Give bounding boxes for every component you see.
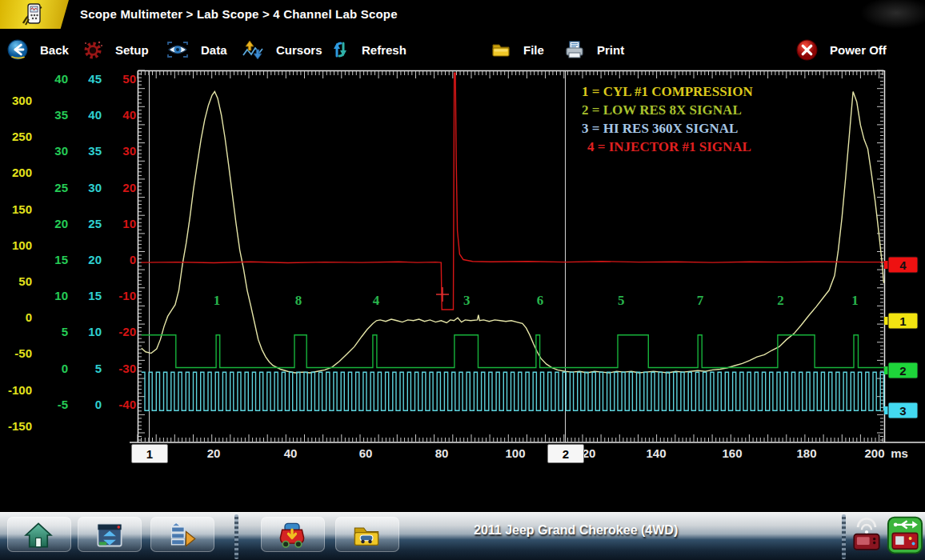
scale-ch4-value: 20 bbox=[99, 181, 136, 195]
scale-ch1-value: 300 bbox=[0, 94, 32, 108]
svg-text:2: 2 bbox=[899, 364, 906, 378]
usb-device-icon[interactable] bbox=[887, 515, 923, 555]
scale-ch2-value: 10 bbox=[31, 289, 68, 303]
data-manager-icon bbox=[168, 521, 197, 550]
scale-ch3-value: 30 bbox=[65, 181, 102, 195]
scale-ch4-value: 50 bbox=[99, 72, 136, 86]
channel-1-marker[interactable]: 1 bbox=[884, 313, 918, 329]
waveform-channel-3 bbox=[142, 372, 884, 410]
scale-ch4-value: -20 bbox=[99, 325, 136, 339]
legend-line-4: 4 = INJECTOR #1 SIGNAL bbox=[582, 138, 753, 156]
cursor-1-handle[interactable]: 1 bbox=[131, 444, 168, 463]
scale-ch4-value: -40 bbox=[99, 398, 136, 412]
cylinder-number-label: 5 bbox=[612, 293, 630, 309]
system-taskbar: 2011 Jeep Grand Cherokee (4WD) bbox=[0, 512, 925, 560]
scale-ch3-value: 25 bbox=[65, 217, 102, 231]
cylinder-number-label: 8 bbox=[290, 293, 307, 309]
scale-ch1-value: 250 bbox=[0, 130, 32, 144]
time-axis-unit: ms bbox=[883, 446, 915, 460]
cylinder-number-label: 1 bbox=[208, 293, 226, 309]
scale-ch1-value: -100 bbox=[0, 383, 32, 398]
scale-ch3-value: 10 bbox=[65, 325, 102, 339]
time-axis-label: 140 bbox=[632, 446, 680, 460]
taskbar-divider-right bbox=[842, 514, 846, 559]
scale-ch1-value: 150 bbox=[0, 202, 32, 217]
scale-ch2-value: 0 bbox=[31, 362, 68, 376]
scale-ch3-value: 0 bbox=[65, 398, 102, 412]
scale-ch1-value: 200 bbox=[0, 166, 32, 180]
legend-line-1: 1 = CYL #1 COMPRESSION bbox=[582, 82, 753, 101]
active-vehicle-label: 2011 Jeep Grand Cherokee (4WD) bbox=[474, 523, 678, 538]
scale-ch2-value: 35 bbox=[31, 108, 68, 122]
scale-ch2-value: 30 bbox=[31, 144, 68, 158]
scale-ch3-value: 5 bbox=[65, 362, 102, 376]
scale-ch1-value: 50 bbox=[0, 274, 32, 289]
time-axis-label: 180 bbox=[783, 446, 831, 460]
wireless-device-icon[interactable] bbox=[850, 518, 883, 554]
scale-ch2-value: -5 bbox=[31, 398, 68, 412]
scale-ch3-value: 45 bbox=[65, 72, 102, 86]
red-crosshair-marker[interactable] bbox=[436, 287, 449, 302]
time-axis-label: 160 bbox=[708, 446, 756, 460]
channel-2-marker[interactable]: 2 bbox=[884, 362, 918, 378]
scale-ch1-value: -50 bbox=[0, 346, 32, 361]
time-axis-label: 20 bbox=[190, 446, 238, 460]
scale-ch1-value: -150 bbox=[0, 419, 32, 434]
scale-ch4-value: 30 bbox=[99, 144, 136, 158]
cylinder-number-label: 6 bbox=[531, 293, 549, 309]
scale-ch3-value: 35 bbox=[65, 144, 102, 158]
waveform-channel-2 bbox=[142, 335, 884, 368]
cylinder-number-label: 3 bbox=[458, 293, 475, 309]
time-axis-label: 80 bbox=[418, 446, 466, 460]
scope-multimeter-app: Scope Multimeter > Lab Scope > 4 Channel… bbox=[0, 0, 925, 560]
vehicle-icon bbox=[278, 521, 306, 550]
scope-multimeter-icon bbox=[95, 521, 124, 550]
channel-3-marker[interactable]: 3 bbox=[884, 402, 918, 418]
scale-ch4-value: 0 bbox=[99, 253, 136, 267]
cylinder-number-label: 7 bbox=[691, 293, 709, 309]
legend-line-2: 2 = LOW RES 8X SIGNAL bbox=[582, 101, 753, 119]
scale-ch3-value: 40 bbox=[65, 108, 102, 122]
scale-ch3-value: 15 bbox=[65, 289, 102, 303]
svg-text:1: 1 bbox=[899, 314, 906, 328]
channel-legend: 1 = CYL #1 COMPRESSION2 = LOW RES 8X SIG… bbox=[582, 82, 753, 156]
scale-ch4-value: 40 bbox=[99, 108, 136, 122]
channel-4-marker[interactable]: 4 bbox=[884, 257, 918, 273]
scale-ch2-value: 20 bbox=[31, 217, 68, 231]
waveform-channel-1 bbox=[142, 92, 884, 374]
time-axis-label: 60 bbox=[342, 446, 390, 460]
scale-ch2-value: 15 bbox=[31, 253, 68, 267]
cylinder-number-label: 1 bbox=[846, 293, 863, 309]
scale-ch2-value: 25 bbox=[31, 181, 68, 195]
cylinder-number-label: 2 bbox=[772, 293, 790, 309]
playback-toolbar: 00:14:336 bbox=[0, 464, 925, 512]
svg-text:3: 3 bbox=[899, 404, 906, 418]
scale-ch1-value: 0 bbox=[0, 310, 32, 325]
home-icon bbox=[24, 521, 53, 550]
taskbar-divider bbox=[234, 514, 238, 559]
time-axis-label: 40 bbox=[266, 446, 314, 460]
legend-line-3: 3 = HI RES 360X SIGNAL bbox=[582, 119, 753, 138]
svg-text:4: 4 bbox=[899, 258, 907, 272]
cylinder-number-label: 4 bbox=[367, 293, 385, 309]
saved-data-folder-icon bbox=[352, 521, 381, 550]
scale-ch1-value: 100 bbox=[0, 238, 32, 253]
cursor-2-handle[interactable]: 2 bbox=[547, 444, 584, 463]
scale-ch4-value: 10 bbox=[99, 217, 136, 231]
time-axis-label: 100 bbox=[491, 446, 539, 460]
scale-ch4-value: -10 bbox=[99, 289, 136, 303]
scale-ch4-value: -30 bbox=[99, 362, 136, 376]
waveform-channel-4 bbox=[141, 73, 883, 310]
scale-ch3-value: 20 bbox=[65, 253, 102, 267]
scale-ch2-value: 40 bbox=[31, 72, 68, 86]
scale-ch2-value: 5 bbox=[31, 325, 68, 339]
